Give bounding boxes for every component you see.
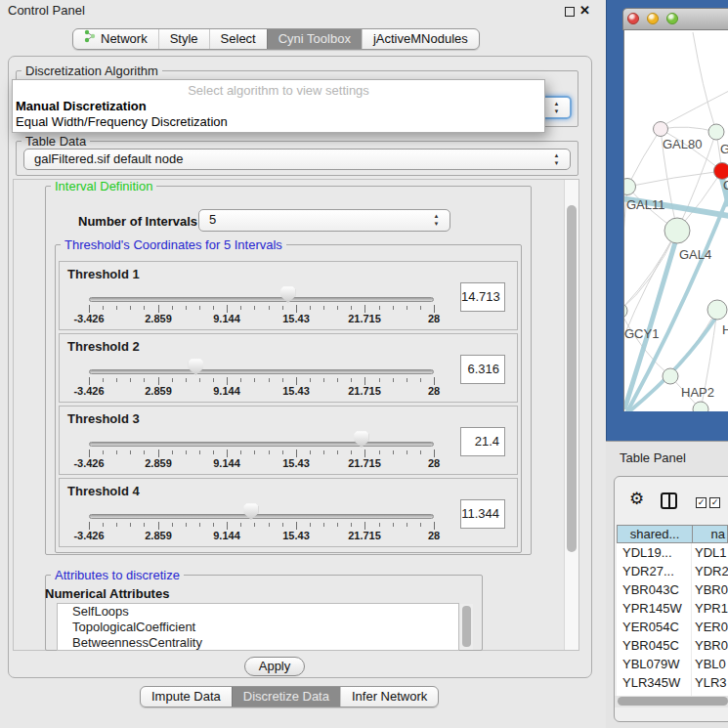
close-icon[interactable]: ✕ (579, 3, 590, 18)
interval-definition-title: Interval Definition (51, 180, 156, 193)
threshold-4-value-field[interactable]: 11.344 (460, 499, 505, 529)
table-row[interactable]: YER054CYER0 (617, 618, 728, 636)
table-row[interactable]: YBR045CYBR0 (617, 636, 728, 655)
dropdown-hint: Select algorithm to view settings (13, 83, 544, 98)
tab-network[interactable]: Network (73, 29, 158, 49)
threshold-3-value-field[interactable]: 21.4 (460, 427, 505, 456)
threshold-2-label: Threshold 2 (67, 339, 140, 354)
tab-style[interactable]: Style (158, 29, 209, 49)
number-of-intervals-label: Number of Intervals (78, 214, 197, 229)
threshold-2-box: Threshold 2 -3.426 2.859 9.144 15.43 21.… (59, 333, 518, 403)
dropdown-option-equal-width[interactable]: Equal Width/Frequency Discretization (16, 114, 228, 129)
dropdown-option-manual[interactable]: Manual Discretization (16, 99, 147, 113)
gear-icon[interactable]: ⚙ (629, 489, 644, 509)
cyni-mode-tabs: Impute Data Discretize Data Infer Networ… (140, 686, 439, 707)
tab-cyni-toolbox[interactable]: Cyni Toolbox (267, 29, 362, 49)
slider-ticks (89, 523, 435, 527)
list-scrollbar-thumb[interactable] (462, 606, 471, 647)
threshold-3-box: Threshold 3 -3.426 2.859 9.144 15.43 21.… (59, 406, 518, 475)
threshold-1-value-field[interactable]: 14.713 (460, 282, 505, 312)
node-label-clipped-ga: GA (720, 142, 728, 156)
network-icon (84, 29, 96, 49)
apply-button[interactable]: Apply (244, 657, 305, 676)
threshold-coordinates-title: Threshold's Coordinates for 5 Intervals (61, 238, 286, 251)
threshold-3-slider-track[interactable] (89, 442, 434, 447)
control-panel-tabs: Network Style Select Cyni Toolbox jActiv… (72, 28, 480, 50)
table-row[interactable]: YLR345WYLR3 (617, 673, 728, 692)
node-label-hap2: HAP2 (681, 385, 714, 400)
threshold-1-slider-track[interactable] (89, 297, 434, 302)
slider-ticks (89, 306, 435, 310)
node-clipped-top-right[interactable] (708, 124, 724, 140)
threshold-3-label: Threshold 3 (67, 411, 140, 426)
node-gal11[interactable] (624, 179, 636, 195)
table-row[interactable]: YDL19...YDL1 (617, 543, 728, 562)
node-label-clipped-c: C (723, 178, 728, 193)
node-gal4[interactable] (664, 218, 690, 243)
minimize-traffic-light[interactable] (647, 13, 659, 24)
horizontal-scrollbar-thumb[interactable] (618, 697, 728, 706)
table-row[interactable]: YBR043CYBR0 (617, 580, 728, 599)
node-label-gal11: GAL11 (626, 197, 665, 212)
list-item[interactable]: SelfLoops (58, 604, 458, 620)
tab-discretize-data[interactable]: Discretize Data (232, 687, 340, 707)
tab-impute-data[interactable]: Impute Data (141, 687, 232, 707)
node-hap2[interactable] (663, 368, 678, 384)
table-data-combobox[interactable]: galFiltered.sif default node ▲▼ (23, 149, 571, 170)
attributes-group-title: Attributes to discretize (51, 569, 184, 581)
tab-select[interactable]: Select (209, 29, 267, 49)
node-selected-red[interactable] (714, 163, 728, 180)
node-label-gcy1: GCY1 (624, 326, 659, 341)
table-row[interactable]: YBL079WYBL0 (617, 655, 728, 673)
slider-ticks (89, 378, 435, 382)
checkbox-icon[interactable]: ✓ (696, 497, 707, 508)
slider-ticks (89, 450, 435, 454)
list-item[interactable]: BetweennessCentrality (58, 635, 458, 651)
node-label-gal4: GAL4 (679, 247, 711, 262)
vertical-scrollbar-thumb[interactable] (567, 205, 577, 552)
list-item[interactable]: TopologicalCoefficient (58, 620, 458, 635)
combo-arrows-icon: ▲▼ (432, 212, 441, 228)
node-table[interactable]: YDL19...YDL1 YDR27...YDR2 YBR043CYBR0 YP… (617, 543, 728, 696)
table-panel-title: Table Panel (620, 450, 686, 465)
column-header-name[interactable]: na (693, 525, 728, 543)
threshold-4-box: Threshold 4 -3.426 2.859 9.144 15.43 21.… (59, 478, 518, 547)
window-title: Control Panel (8, 0, 85, 21)
node-label-clipped-h: H (722, 322, 728, 337)
threshold-4-label: Threshold 4 (67, 484, 140, 498)
threshold-2-value-field[interactable]: 6.316 (460, 355, 505, 384)
numerical-attributes-label: Numerical Attributes (45, 586, 169, 601)
threshold-2-slider-track[interactable] (89, 369, 434, 374)
table-data-title: Table Data (21, 135, 90, 148)
combo-arrows-icon: ▲▼ (552, 100, 561, 115)
table-row[interactable]: YPR145WYPR1 (617, 599, 728, 618)
checkbox-icon[interactable]: ✓ (709, 497, 720, 508)
tab-infer-network[interactable]: Infer Network (340, 687, 438, 707)
column-header-shared-name[interactable]: shared... (617, 525, 693, 543)
numerical-attributes-list[interactable]: SelfLoops TopologicalCoefficient Between… (57, 603, 459, 651)
float-window-icon[interactable] (565, 7, 575, 17)
table-row[interactable]: YDR27...YDR2 (617, 562, 728, 580)
number-of-intervals-value: 5 (209, 212, 216, 227)
discretization-algorithm-title: Discretization Algorithm (21, 64, 162, 77)
threshold-4-slider-track[interactable] (89, 514, 434, 519)
split-view-icon[interactable] (661, 492, 677, 509)
node-label-gal80: GAL80 (663, 137, 702, 151)
close-traffic-light[interactable] (627, 13, 639, 24)
combo-arrows-icon: ▲▼ (552, 151, 561, 167)
node-h-clipped[interactable] (707, 300, 727, 320)
algorithm-dropdown-list: Select algorithm to view settings Manual… (12, 79, 545, 133)
number-of-intervals-combobox[interactable]: 5 ▲▼ (198, 209, 450, 232)
threshold-1-label: Threshold 1 (67, 267, 140, 281)
node-gal80[interactable] (654, 122, 668, 137)
table-data-value: galFiltered.sif default node (34, 151, 183, 166)
tab-jactivemnodules[interactable]: jActiveMNodules (362, 29, 479, 49)
zoom-traffic-light[interactable] (666, 13, 678, 24)
control-panel-titlebar: Control Panel (0, 0, 606, 21)
threshold-1-box: Threshold 1 -3.426 2.859 9.144 15.43 21.… (59, 261, 518, 330)
network-view-canvas[interactable]: GAL80 GA C GAL11 GAL4 GCY1 H HAP2 (623, 30, 728, 411)
